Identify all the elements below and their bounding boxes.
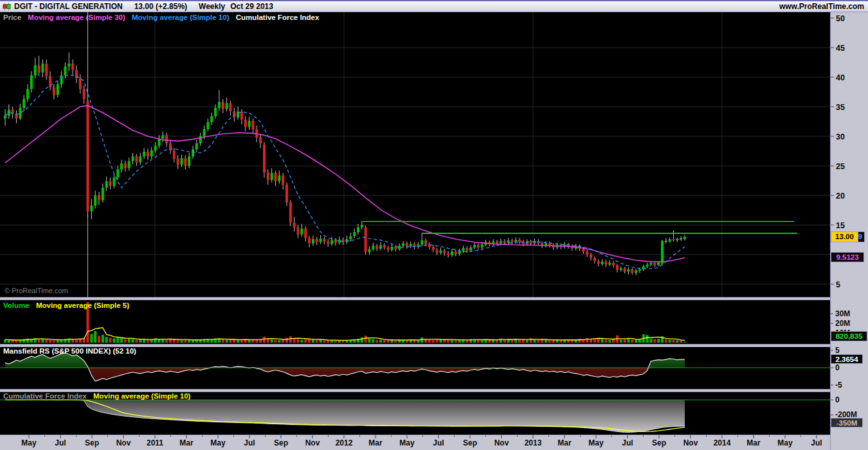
- svg-text:Sep: Sep: [85, 438, 99, 447]
- svg-text:Nov: Nov: [494, 438, 509, 447]
- mansfield-title[interactable]: Mansfield RS (S&P 500 INDEX) (52 10): [3, 347, 136, 355]
- svg-text:Sep: Sep: [652, 438, 666, 447]
- svg-text:May: May: [399, 438, 415, 447]
- last-date: Oct 29 2013: [230, 2, 273, 11]
- cfi-value-box: -350M: [831, 418, 863, 428]
- volume-title[interactable]: Volume: [3, 302, 30, 309]
- legend-cfi[interactable]: Cumulative Force Index: [236, 14, 320, 21]
- cfi-ma-title[interactable]: Moving average (Simple 10): [93, 392, 190, 400]
- svg-text:20: 20: [836, 192, 845, 201]
- cfi-title[interactable]: Cumulative Force Index: [3, 392, 87, 400]
- svg-text:Sep: Sep: [463, 438, 477, 447]
- svg-text:May: May: [777, 438, 793, 447]
- volume-panel-title: Volume Moving average (Simple 5): [3, 302, 134, 309]
- svg-text:45: 45: [836, 44, 845, 53]
- svg-text:20M: 20M: [835, 319, 850, 328]
- legend-price[interactable]: Price: [3, 14, 21, 21]
- svg-text:0: 0: [835, 395, 840, 404]
- chart-canvas[interactable]: 504540353025201510530M20M10M50-50-200MMa…: [0, 0, 868, 450]
- mansfield-value-box: 2.3654: [831, 354, 863, 364]
- ma30-value-box: 9.5123: [831, 252, 864, 262]
- svg-text:Mar: Mar: [179, 438, 194, 447]
- svg-text:May: May: [210, 438, 226, 447]
- svg-text:Mar: Mar: [557, 438, 572, 447]
- svg-text:25: 25: [836, 162, 845, 171]
- svg-text:30: 30: [836, 132, 845, 141]
- svg-text:Jul: Jul: [622, 438, 633, 447]
- svg-text:0: 0: [835, 363, 840, 372]
- svg-text:40: 40: [836, 73, 845, 82]
- copyright-watermark: © ProRealTime.com: [5, 287, 68, 294]
- svg-text:Nov: Nov: [305, 438, 320, 447]
- cfi-panel-title: Cumulative Force Index Moving average (S…: [3, 392, 195, 400]
- svg-text:30M: 30M: [835, 309, 850, 318]
- volume-value-box: 820,835: [831, 331, 867, 341]
- svg-text:50: 50: [836, 14, 845, 23]
- main-legend: Price Moving average (Simple 30) Moving …: [3, 14, 323, 21]
- svg-text:Mar: Mar: [368, 438, 383, 447]
- svg-text:35: 35: [836, 103, 845, 112]
- timeframe-label[interactable]: Weekly: [199, 2, 225, 11]
- symbol-title: DGIT - DIGITAL GENERATION: [14, 2, 123, 11]
- svg-text:Nov: Nov: [683, 438, 698, 447]
- svg-text:2013: 2013: [525, 438, 542, 447]
- svg-text:2011: 2011: [147, 438, 163, 447]
- site-watermark: www.ProRealTime.com: [779, 2, 864, 11]
- svg-text:15: 15: [836, 221, 845, 230]
- svg-text:5: 5: [835, 346, 840, 355]
- svg-text:Jul: Jul: [55, 438, 66, 447]
- svg-text:5: 5: [836, 280, 840, 289]
- legend-ma30[interactable]: Moving average (Simple 30): [28, 14, 125, 21]
- svg-text:2012: 2012: [336, 438, 353, 447]
- title-bar: DGIT - DIGITAL GENERATION 13.00 (+2.85%)…: [0, 0, 868, 12]
- legend-ma10[interactable]: Moving average (Simple 10): [132, 14, 229, 21]
- svg-text:May: May: [588, 438, 604, 447]
- volume-ma-title[interactable]: Moving average (Simple 5): [36, 302, 129, 309]
- svg-text:Jul: Jul: [244, 438, 255, 447]
- svg-text:-5: -5: [835, 381, 842, 390]
- svg-text:May: May: [21, 438, 37, 447]
- mansfield-panel-title: Mansfield RS (S&P 500 INDEX) (52 10): [3, 347, 141, 355]
- prorealtime-window: 504540353025201510530M20M10M50-50-200MMa…: [0, 0, 868, 450]
- svg-text:Nov: Nov: [116, 438, 131, 447]
- svg-text:Mar: Mar: [746, 438, 761, 447]
- candlestick-icon: [3, 3, 11, 11]
- svg-text:Jul: Jul: [811, 438, 822, 447]
- svg-text:Jul: Jul: [433, 438, 444, 447]
- last-price-change: 13.00 (+2.85%): [134, 2, 187, 11]
- last-price-box: 13.00: [831, 231, 858, 242]
- svg-text:Sep: Sep: [274, 438, 288, 447]
- svg-text:2014: 2014: [714, 438, 731, 447]
